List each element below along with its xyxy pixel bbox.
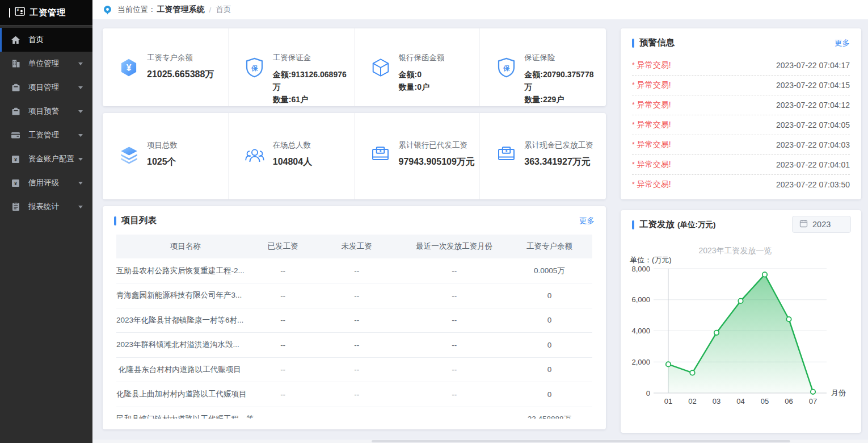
stat-card: ¥累计现金已发放工资363.341927万元	[480, 113, 606, 199]
salary-chart: 2023年工资发放一览单位：(万元)02,0004,0006,0008,0000…	[621, 233, 861, 423]
stat-cards-row-1: ¥工资专户余额21025.665388万保工资保证金金额:913126.0689…	[103, 28, 606, 106]
org-icon	[11, 59, 20, 69]
project-table-column-header: 已发工资	[254, 235, 311, 258]
project-value-cell: 23.458888万	[507, 407, 592, 419]
horizontal-scrollbar[interactable]	[92, 440, 868, 443]
warning-item[interactable]: *异常交易!2023-07-22 07:04:05	[632, 115, 850, 135]
app-title: 工资管理	[30, 7, 66, 18]
report-icon	[11, 202, 20, 212]
warning-list: *异常交易!2023-07-22 07:04:17*异常交易!2023-07-2…	[632, 56, 850, 191]
warning-more-link[interactable]: 更多	[835, 38, 850, 48]
breadcrumb: 当前位置： 工资管理系统 / 首页	[92, 0, 868, 19]
salary-panel-title: 工资发放	[639, 219, 675, 231]
stat-card-label: 累计现金已发放工资	[524, 140, 600, 151]
table-row[interactable]: 互助县农村公路灾后恢复重建工程-2...------0.0005万	[116, 258, 592, 283]
layers-icon	[119, 145, 139, 165]
svg-text:8,000: 8,000	[631, 265, 650, 273]
sidebar-item-label: 单位管理	[28, 58, 59, 69]
project-value-cell: 0	[507, 333, 592, 358]
warning-item[interactable]: *异常交易!2023-07-22 07:03:50	[632, 175, 850, 191]
svg-text:保: 保	[503, 65, 510, 72]
warning-bullet: *	[632, 121, 635, 129]
shield-bao-icon: 保	[245, 57, 265, 78]
stat-card-label: 累计银行已代发工资	[399, 140, 475, 151]
stat-card: 项目总数1025个	[103, 113, 229, 199]
project-value-cell: --	[311, 357, 402, 382]
app-logo: ¥ 工资管理	[0, 0, 92, 26]
stat-card-detail: 金额:0	[399, 68, 475, 81]
table-row[interactable]: 2023年化隆县甘都镇隆康一村等6村...------0	[116, 308, 592, 333]
warning-bullet: *	[632, 61, 635, 69]
warning-text: 异常交易!	[637, 179, 671, 190]
title-bar-accent	[632, 39, 634, 48]
project-value-cell: --	[254, 258, 311, 283]
sidebar: ¥ 工资管理 首页单位管理项目管理项目预警工资管理¥资金账户配置¥信用评级报表统…	[0, 0, 92, 443]
warning-item[interactable]: *异常交易!2023-07-22 07:04:12	[632, 95, 850, 115]
folder-icon	[11, 83, 20, 93]
sidebar-item-3[interactable]: 项目预警	[0, 99, 92, 123]
warning-item[interactable]: *异常交易!2023-07-22 07:04:01	[632, 155, 850, 175]
table-row[interactable]: 化隆县东台村村内道路以工代赈项目------0	[116, 357, 592, 382]
warning-bullet: *	[632, 101, 635, 109]
svg-text:4,000: 4,000	[631, 327, 650, 335]
warning-panel: 预警信息 更多 *异常交易!2023-07-22 07:04:17*异常交易!2…	[621, 28, 861, 199]
table-row[interactable]: 民和县峡门镇村内道路以工代赈工程…等------23.458888万	[116, 407, 592, 419]
location-pin-icon	[103, 5, 112, 15]
project-name-cell: 2023年群科镇滩北村溢洪道沟水毁...	[116, 333, 254, 358]
table-row[interactable]: 化隆县上曲加村村内道路以工代赈项目------0	[116, 382, 592, 407]
title-bar-accent	[114, 216, 116, 225]
svg-text:01: 01	[664, 397, 672, 406]
svg-text:2,000: 2,000	[631, 358, 650, 366]
sidebar-item-0[interactable]: 首页	[0, 28, 92, 52]
stat-card-label: 工资专户余额	[147, 52, 223, 64]
project-value-cell: 0	[507, 308, 592, 333]
project-value-cell: --	[402, 333, 507, 358]
wallet-icon	[11, 131, 20, 140]
chevron-down-icon	[78, 182, 83, 185]
project-table-body: 互助县农村公路灾后恢复重建工程-2...------0.0005万青海鑫园新能源…	[116, 258, 592, 419]
project-value-cell: --	[402, 357, 507, 382]
warning-item[interactable]: *异常交易!2023-07-22 07:04:03	[632, 135, 850, 155]
home-icon	[11, 35, 20, 45]
sidebar-item-5[interactable]: ¥资金账户配置	[0, 147, 92, 171]
breadcrumb-root[interactable]: 工资管理系统	[157, 5, 205, 15]
title-bar-accent	[632, 220, 634, 229]
warning-text: 异常交易!	[637, 80, 671, 90]
sidebar-item-6[interactable]: ¥信用评级	[0, 171, 92, 195]
table-row[interactable]: 2023年群科镇滩北村溢洪道沟水毁...------0	[116, 333, 592, 358]
warning-bullet: *	[632, 181, 635, 189]
svg-text:单位：(万元): 单位：(万元)	[630, 256, 672, 264]
stat-card: ¥累计银行已代发工资97943.905109万元	[355, 113, 481, 199]
chevron-down-icon	[78, 158, 83, 161]
year-select[interactable]: 2023	[792, 216, 851, 233]
sidebar-item-2[interactable]: 项目管理	[0, 76, 92, 99]
sidebar-item-4[interactable]: 工资管理	[0, 123, 92, 147]
project-value-cell: 0	[507, 283, 592, 308]
warning-time: 2023-07-22 07:04:12	[776, 101, 850, 110]
warning-item[interactable]: *异常交易!2023-07-22 07:04:15	[632, 76, 850, 95]
logo-divider	[9, 8, 10, 18]
cube-icon	[370, 57, 391, 78]
warning-item[interactable]: *异常交易!2023-07-22 07:04:17	[632, 56, 850, 76]
chevron-down-icon	[78, 86, 83, 89]
breadcrumb-current: 首页	[216, 5, 231, 15]
people-icon	[245, 145, 265, 165]
table-row[interactable]: 青海鑫园新能源科技有限公司年产3...------0	[116, 283, 592, 308]
warning-time: 2023-07-22 07:04:03	[776, 140, 850, 149]
stat-card-value: 97943.905109万元	[399, 156, 475, 168]
scrollbar-thumb[interactable]	[372, 440, 790, 442]
sidebar-item-1[interactable]: 单位管理	[0, 52, 92, 76]
sidebar-item-7[interactable]: 报表统计	[0, 195, 92, 219]
year-select-value: 2023	[812, 220, 831, 229]
warning-text: 异常交易!	[637, 120, 671, 130]
warning-text: 异常交易!	[637, 160, 671, 170]
stat-card-label: 工资保证金	[273, 52, 349, 64]
warning-text: 异常交易!	[637, 100, 671, 110]
project-value-cell: --	[254, 333, 311, 358]
salary-panel-title-suffix: (单位:万元)	[677, 220, 716, 230]
shield-bao-icon: 保	[496, 57, 516, 78]
project-list-more-link[interactable]: 更多	[579, 216, 595, 226]
sidebar-menu: 首页单位管理项目管理项目预警工资管理¥资金账户配置¥信用评级报表统计	[0, 26, 92, 443]
warning-time: 2023-07-22 07:04:17	[776, 61, 850, 70]
stat-card-label: 在场总人数	[273, 140, 349, 151]
